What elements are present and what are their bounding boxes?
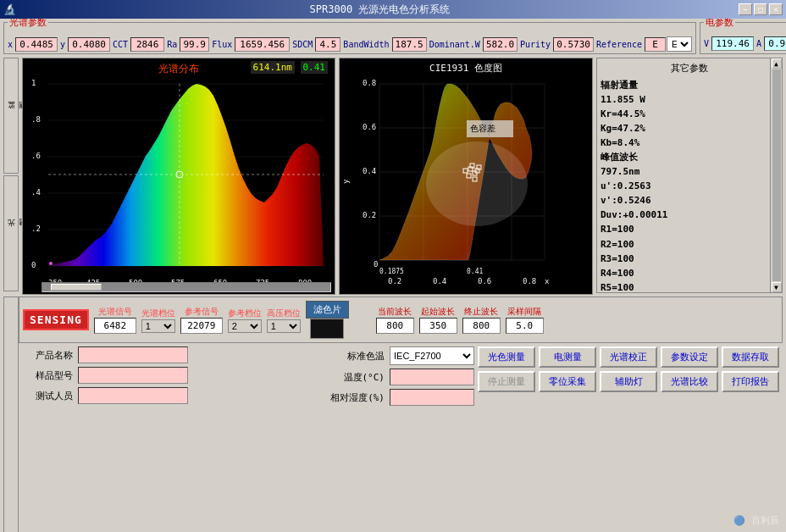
data-fetch-btn[interactable]: 数据存取 <box>722 346 779 368</box>
filter-btn[interactable]: 滤色片 <box>306 301 349 319</box>
product-input[interactable] <box>78 346 188 363</box>
svg-text:.2: .2 <box>31 224 41 233</box>
v-value: 119.46 <box>711 36 754 51</box>
svg-text:.8: .8 <box>31 115 41 124</box>
cct-value: 2846 <box>130 37 164 52</box>
current-wavelength-label: 当前波长 <box>378 306 412 318</box>
electric-btn[interactable]: 电测量 <box>539 346 596 368</box>
ref-signal-label: 参考信号 <box>185 306 219 318</box>
svg-text:0.2: 0.2 <box>363 211 376 219</box>
spectrum-signal-value: 6482 <box>94 318 136 334</box>
cie-title: CIE1931 色度图 <box>429 62 502 75</box>
humid-row: 相对湿度(%) <box>325 389 474 406</box>
temp-input[interactable] <box>390 369 474 385</box>
hv-level-label: 高压档位 <box>267 308 301 319</box>
close-button[interactable]: ✕ <box>769 3 783 15</box>
a-label: A <box>756 39 761 48</box>
start-wavelength-label: 起始波长 <box>421 306 455 318</box>
reference-value: E ED65A <box>645 36 692 52</box>
sample-label: 样品型号 <box>22 369 73 382</box>
maximize-button[interactable]: □ <box>754 3 767 15</box>
svg-text:x: x <box>545 277 550 285</box>
svg-text:0.6: 0.6 <box>363 123 376 131</box>
spectrum-level-label: 光谱档位 <box>141 308 175 319</box>
svg-text:0.4: 0.4 <box>433 277 446 285</box>
humid-input[interactable] <box>390 389 474 406</box>
reference-dropdown[interactable]: ED65A <box>667 36 692 52</box>
tester-input[interactable] <box>78 387 188 404</box>
sensing-row: SENSING 光谱信号 6482 光谱档位 123 参考信号 <box>19 296 783 343</box>
end-wavelength-value: 800 <box>462 318 501 334</box>
svg-text:色容差: 色容差 <box>470 124 495 133</box>
svg-marker-19 <box>48 84 324 266</box>
svg-text:1: 1 <box>31 79 36 87</box>
tester-row: 测试人员 <box>22 387 322 404</box>
a-value: 0.9481 <box>764 36 786 51</box>
sample-interval-label: 采样间隔 <box>507 306 541 318</box>
spectral-params-title: 光谱参数 <box>8 19 48 29</box>
ra-value: 99.9 <box>180 37 209 52</box>
minimize-button[interactable]: − <box>739 3 752 15</box>
svg-text:.4: .4 <box>31 188 41 197</box>
scroll-up-btn[interactable]: ▲ <box>772 58 782 69</box>
spectrum-level-dropdown[interactable]: 123 <box>141 319 175 333</box>
peak-value: 0.41 <box>301 61 329 74</box>
watermark: 🔵 百利辰 <box>733 514 779 527</box>
ra-label: Ra <box>167 40 177 49</box>
svg-text:y: y <box>341 179 350 184</box>
spectrum-title: 光谱分布 <box>158 62 199 76</box>
tab-monitor[interactable]: 监测试 <box>3 58 19 174</box>
end-wavelength-label: 终止波长 <box>464 306 498 318</box>
svg-text:0.2: 0.2 <box>388 277 401 285</box>
spec-calib-btn[interactable]: 光谱校正 <box>600 346 657 368</box>
product-label: 产品名称 <box>22 349 73 362</box>
temp-row: 温度(°C) <box>325 369 474 385</box>
ref-level-label: 参考档位 <box>228 308 262 319</box>
peak-wavelength: 614.1nm <box>251 61 295 74</box>
svg-point-46 <box>426 141 528 226</box>
other-params-title: 其它参数 <box>601 62 778 75</box>
param-set-btn[interactable]: 参数设定 <box>661 346 718 368</box>
reference-label: Reference <box>596 40 642 49</box>
std-color-dropdown[interactable]: IEC_F2700 IEC_F3000 IEC_F4000 <box>390 346 474 365</box>
scroll-down-btn[interactable]: ▼ <box>772 282 782 292</box>
x-label: x <box>8 40 13 49</box>
measure-btn[interactable]: 光色测量 <box>478 346 535 368</box>
spectrum-chart: 光谱分布 614.1nm 0.41 1 .8 .6 .4 .2 0 350 42… <box>22 58 335 295</box>
ref-level-dropdown[interactable]: 213 <box>228 319 262 333</box>
print-btn[interactable]: 打印报告 <box>722 371 779 392</box>
sample-input[interactable] <box>78 367 188 384</box>
spectrum-signal-label: 光谱信号 <box>98 306 132 318</box>
x-value: 0.4485 <box>15 37 58 52</box>
temp-label: 温度(°C) <box>325 371 385 384</box>
hv-level-dropdown[interactable]: 123 <box>267 319 301 333</box>
left-tabs: 监测试 光谱测量 <box>3 58 19 293</box>
svg-text:0: 0 <box>31 261 36 269</box>
sdcm-label: SDCM <box>292 40 313 49</box>
tab-spectrum-measure[interactable]: 光谱测量 <box>3 175 19 291</box>
title-bar: 🔬 SPR3000 光源光电色分析系统 − □ ✕ <box>0 0 786 19</box>
bottom-tab-spectrum[interactable]: 光谱测量 <box>3 296 19 532</box>
sdcm-value: 4.5 <box>315 37 340 52</box>
app-window: 🔬 SPR3000 光源光电色分析系统 − □ ✕ 光谱参数 x 0.4485 … <box>0 0 786 532</box>
purity-value: 0.5730 <box>553 37 594 52</box>
sample-row: 样品型号 <box>22 367 322 384</box>
svg-text:0.8: 0.8 <box>363 79 376 87</box>
assist-light-btn[interactable]: 辅助灯 <box>600 371 657 392</box>
svg-point-23 <box>49 262 53 265</box>
start-wavelength-value: 350 <box>419 318 457 334</box>
svg-text:0.41: 0.41 <box>467 268 483 275</box>
zero-capture-btn[interactable]: 零位采集 <box>539 371 596 392</box>
dominant-label: Dominant.W <box>429 40 480 49</box>
bandwidth-value: 187.5 <box>392 37 427 52</box>
filter-display <box>310 319 344 339</box>
flux-label: Flux <box>212 40 232 49</box>
flux-value: 1659.456 <box>235 37 290 52</box>
app-title: SPR3000 光源光电色分析系统 <box>310 3 451 17</box>
stop-btn[interactable]: 停止测量 <box>478 371 535 392</box>
spec-compare-btn[interactable]: 光谱比较 <box>661 371 718 392</box>
other-params-panel: 其它参数 辐射通量 11.855 W Kr=44.5% Kg=47.2% Kb=… <box>596 58 783 293</box>
std-color-label: 标准色温 <box>325 350 385 363</box>
dominant-value: 582.0 <box>483 37 518 52</box>
std-color-row: 标准色温 IEC_F2700 IEC_F3000 IEC_F4000 <box>325 346 474 365</box>
